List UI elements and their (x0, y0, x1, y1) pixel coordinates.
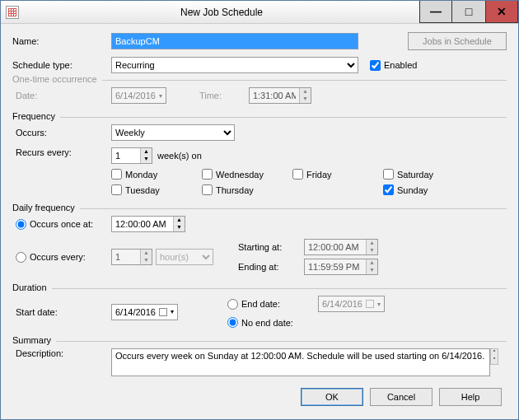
occurs-once-time[interactable]: ▲▼ (111, 216, 185, 232)
day-thursday[interactable]: Thursday (202, 184, 292, 195)
occurs-select[interactable]: Weekly (111, 124, 235, 141)
day-sunday[interactable]: Sunday (383, 184, 474, 195)
occurs-once-radio[interactable]: Occurs once at: (16, 219, 111, 230)
schedule-type-select[interactable]: Recurring (111, 57, 358, 73)
window-title: New Job Schedule (24, 7, 419, 18)
enabled-checkbox[interactable]: Enabled (370, 60, 417, 71)
help-button[interactable]: Help (439, 388, 502, 406)
chevron-down-icon: ▾ (159, 92, 162, 100)
calendar-icon (366, 300, 374, 308)
description-text: Occurs every week on Sunday at 12:00:00 … (111, 348, 490, 376)
onetime-group: One-time occurrence Date: 6/14/2016 ▾ Ti… (12, 80, 507, 112)
calendar-icon (159, 308, 167, 316)
daily-frequency-group: Daily frequency Occurs once at: ▲▼ Occur… (12, 208, 507, 283)
dialog-buttons: OK Cancel Help (12, 388, 507, 406)
ok-button[interactable]: OK (301, 388, 363, 406)
recurs-count-stepper[interactable]: ▲▼ (111, 147, 152, 164)
name-label: Name: (12, 36, 111, 46)
name-input[interactable] (111, 33, 358, 49)
close-button[interactable]: ✕ (485, 1, 518, 23)
daily-frequency-legend: Daily frequency (12, 203, 80, 212)
occurs-label: Occurs: (16, 128, 111, 138)
occurs-every-radio[interactable]: Occurs every: (16, 252, 111, 263)
starting-at-time: ▲▼ (304, 239, 378, 255)
scroll-down-icon[interactable]: ˅ (491, 357, 498, 364)
day-tuesday[interactable]: Tuesday (111, 184, 202, 195)
titlebar: New Job Schedule — □ ✕ (1, 1, 518, 24)
onetime-time-label: Time: (199, 91, 249, 100)
summary-legend: Summary (12, 335, 56, 345)
day-wednesday[interactable]: Wednesday (202, 169, 292, 180)
enabled-checkbox-input[interactable] (370, 60, 381, 71)
window: New Job Schedule — □ ✕ Name: Jobs in Sch… (0, 0, 519, 420)
end-date-radio[interactable]: End date: (227, 299, 318, 310)
occurs-every-count: ▲▼ (111, 249, 152, 265)
summary-group: Summary Description: Occurs every week o… (12, 341, 507, 385)
recurs-suffix: week(s) on (157, 151, 202, 161)
description-label: Description: (16, 348, 111, 358)
day-monday[interactable]: Monday (111, 169, 202, 180)
ending-at-label: Ending at: (238, 262, 304, 272)
duration-legend: Duration (12, 282, 52, 292)
day-saturday[interactable]: Saturday (383, 169, 474, 180)
frequency-legend: Frequency (12, 111, 60, 121)
dialog-body: Name: Jobs in Schedule Schedule type: Re… (1, 24, 518, 414)
chevron-down-icon: ▾ (171, 308, 174, 315)
day-friday[interactable]: Friday (292, 169, 383, 180)
window-buttons: — □ ✕ (419, 1, 518, 23)
onetime-time-field: ▲▼ (249, 87, 311, 104)
minimize-button[interactable]: — (419, 1, 452, 23)
no-end-date-radio[interactable]: No end date: (227, 317, 318, 328)
chevron-down-icon: ▾ (377, 301, 381, 308)
ending-at-time: ▲▼ (304, 259, 378, 275)
start-date-label: Start date: (16, 307, 111, 317)
enabled-label: Enabled (384, 60, 417, 70)
scroll-up-icon[interactable]: ˄ (491, 349, 498, 357)
end-date-field: 6/14/2016 ▾ (318, 296, 385, 312)
onetime-legend: One-time occurrence (12, 74, 102, 84)
maximize-button[interactable]: □ (452, 1, 485, 23)
jobs-in-schedule-button: Jobs in Schedule (408, 32, 507, 50)
occurs-every-unit: hour(s) (156, 249, 213, 265)
starting-at-label: Starting at: (238, 242, 304, 252)
cancel-button[interactable]: Cancel (370, 388, 432, 406)
recurs-label: Recurs every: (16, 147, 111, 157)
frequency-group: Frequency Occurs: Weekly Recurs every: ▲… (12, 117, 507, 203)
onetime-date-label: Date: (16, 91, 111, 100)
app-icon (6, 6, 19, 19)
start-date-field[interactable]: 6/14/2016 ▾ (111, 304, 178, 320)
schedule-type-label: Schedule type: (12, 60, 111, 70)
onetime-date-field: 6/14/2016 ▾ (111, 87, 166, 104)
duration-group: Duration Start date: 6/14/2016 ▾ End dat… (12, 288, 507, 336)
